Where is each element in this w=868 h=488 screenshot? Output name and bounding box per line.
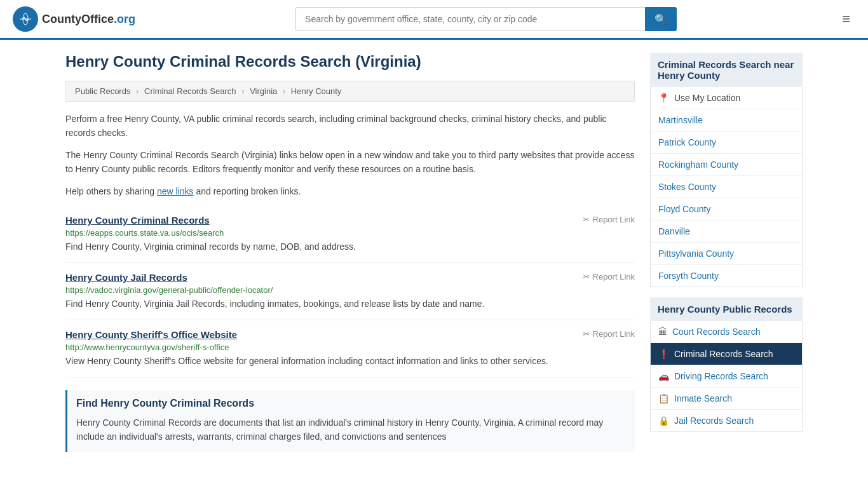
record-item-header: Henry County Criminal Records ✂ Report L… — [65, 215, 635, 226]
sidebar-nearby-item[interactable]: Rockingham County — [651, 154, 802, 176]
sidebar-nearby-items: MartinsvillePatrick CountyRockingham Cou… — [651, 109, 802, 287]
sidebar-nearby-title: Criminal Records Search near Henry Count… — [650, 53, 803, 87]
record-desc: View Henry County Sheriff's Office websi… — [65, 355, 635, 368]
bc-sep-2: › — [241, 86, 244, 96]
pr-item-label: Court Records Search — [672, 327, 761, 337]
record-item-header: Henry County Jail Records ✂ Report Link — [65, 272, 635, 283]
sidebar-nearby-item[interactable]: Danville — [651, 220, 802, 243]
logo-icon — [13, 6, 38, 32]
pr-item-icon: 🏛 — [658, 327, 667, 337]
pr-item-label: Jail Records Search — [674, 416, 754, 426]
menu-button[interactable]: ≡ — [837, 8, 855, 30]
record-item-header: Henry County Sheriff's Office Website ✂ … — [65, 329, 635, 340]
report-link-label: Report Link — [593, 215, 635, 224]
breadcrumb-link-virginia[interactable]: Virginia — [250, 86, 277, 96]
breadcrumb: Public Records › Criminal Records Search… — [65, 81, 635, 102]
site-header: CountyOffice.org 🔍 ≡ — [0, 0, 868, 40]
record-url[interactable]: http://www.henrycountyva.gov/sheriff-s-o… — [65, 342, 635, 352]
records-list: Henry County Criminal Records ✂ Report L… — [65, 206, 635, 377]
report-link-label: Report Link — [593, 272, 635, 281]
content-area: Henry County Criminal Records Search (Vi… — [65, 53, 635, 452]
pr-item-label: Inmate Search — [674, 393, 732, 403]
record-url[interactable]: https://eapps.courts.state.va.us/ocis/se… — [65, 228, 635, 238]
sidebar-nearby-item[interactable]: Stokes County — [651, 176, 802, 198]
sidebar-nearby-list: 📍 Use My Location MartinsvillePatrick Co… — [650, 87, 803, 287]
record-title[interactable]: Henry County Criminal Records — [65, 215, 210, 226]
pr-item-icon: 📋 — [658, 393, 669, 403]
sidebar-nearby-item[interactable]: Floyd County — [651, 198, 802, 220]
sidebar-nearby-item[interactable]: Pittsylvania County — [651, 243, 802, 265]
site-logo[interactable]: CountyOffice.org — [13, 6, 135, 32]
search-button[interactable]: 🔍 — [645, 7, 677, 31]
report-link-button[interactable]: ✂ Report Link — [583, 272, 635, 281]
logo-name: CountyOffice.org — [42, 13, 135, 26]
new-links-link[interactable]: new links — [157, 186, 194, 196]
record-title[interactable]: Henry County Sheriff's Office Website — [65, 329, 237, 340]
sidebar-nearby-item[interactable]: Martinsville — [651, 109, 802, 132]
use-location-label: Use My Location — [674, 93, 740, 103]
search-input[interactable] — [295, 7, 645, 31]
sidebar-pr-item[interactable]: ❗ Criminal Records Search — [651, 343, 802, 365]
sidebar-nearby-item[interactable]: Patrick County — [651, 132, 802, 154]
breadcrumb-current: Henry County — [291, 86, 341, 96]
search-container: 🔍 — [295, 7, 677, 31]
sidebar-pr-item[interactable]: 🏛 Court Records Search — [651, 321, 802, 343]
find-section-body: Henry County Criminal Records are docume… — [76, 416, 626, 444]
record-title[interactable]: Henry County Jail Records — [65, 272, 187, 283]
pr-item-icon: 🚗 — [658, 371, 669, 381]
location-icon: 📍 — [658, 93, 669, 103]
pr-item-icon: ❗ — [658, 349, 669, 359]
report-link-button[interactable]: ✂ Report Link — [583, 329, 635, 339]
sidebar-pr-items: 🏛 Court Records Search ❗ Criminal Record… — [651, 321, 802, 431]
desc3-pre: Help others by sharing — [65, 186, 157, 196]
sidebar-nearby-section: Criminal Records Search near Henry Count… — [650, 53, 803, 287]
breadcrumb-link-criminal-records[interactable]: Criminal Records Search — [144, 86, 236, 96]
sidebar-use-location[interactable]: 📍 Use My Location — [651, 87, 802, 109]
report-link-label: Report Link — [593, 329, 635, 339]
main-container: Henry County Criminal Records Search (Vi… — [53, 40, 815, 464]
description-2: The Henry County Criminal Records Search… — [65, 148, 635, 177]
record-item: Henry County Jail Records ✂ Report Link … — [65, 263, 635, 320]
sidebar: Criminal Records Search near Henry Count… — [650, 53, 803, 452]
desc3-post: and reporting broken links. — [194, 186, 301, 196]
sidebar-public-records-title: Henry County Public Records — [650, 297, 803, 321]
pr-item-icon: 🔒 — [658, 416, 669, 426]
sidebar-public-records-section: Henry County Public Records 🏛 Court Reco… — [650, 297, 803, 432]
report-link-icon: ✂ — [583, 329, 590, 339]
report-link-button[interactable]: ✂ Report Link — [583, 215, 635, 224]
bc-sep-1: › — [136, 86, 139, 96]
record-desc: Find Henry County, Virginia Jail Records… — [65, 297, 635, 311]
description-1: Perform a free Henry County, VA public c… — [65, 112, 635, 140]
record-desc: Find Henry County, Virginia criminal rec… — [65, 240, 635, 254]
sidebar-pr-item[interactable]: 🚗 Driving Records Search — [651, 365, 802, 388]
record-item: Henry County Criminal Records ✂ Report L… — [65, 206, 635, 263]
sidebar-nearby-item[interactable]: Forsyth County — [651, 265, 802, 287]
bc-sep-3: › — [283, 86, 285, 96]
report-link-icon: ✂ — [583, 272, 590, 281]
pr-item-label: Criminal Records Search — [674, 349, 773, 359]
sidebar-public-records-list: 🏛 Court Records Search ❗ Criminal Record… — [650, 321, 803, 432]
pr-item-label: Driving Records Search — [674, 371, 768, 381]
find-section-heading: Find Henry County Criminal Records — [76, 398, 626, 409]
record-item: Henry County Sheriff's Office Website ✂ … — [65, 320, 635, 377]
page-title: Henry County Criminal Records Search (Vi… — [65, 53, 635, 71]
report-link-icon: ✂ — [583, 215, 590, 224]
sidebar-pr-item[interactable]: 🔒 Jail Records Search — [651, 410, 802, 431]
find-section: Find Henry County Criminal Records Henry… — [65, 390, 635, 452]
sidebar-pr-item[interactable]: 📋 Inmate Search — [651, 388, 802, 410]
record-url[interactable]: https://vadoc.virginia.gov/general-publi… — [65, 285, 635, 295]
breadcrumb-link-public-records[interactable]: Public Records — [75, 86, 130, 96]
description-3: Help others by sharing new links and rep… — [65, 184, 635, 198]
